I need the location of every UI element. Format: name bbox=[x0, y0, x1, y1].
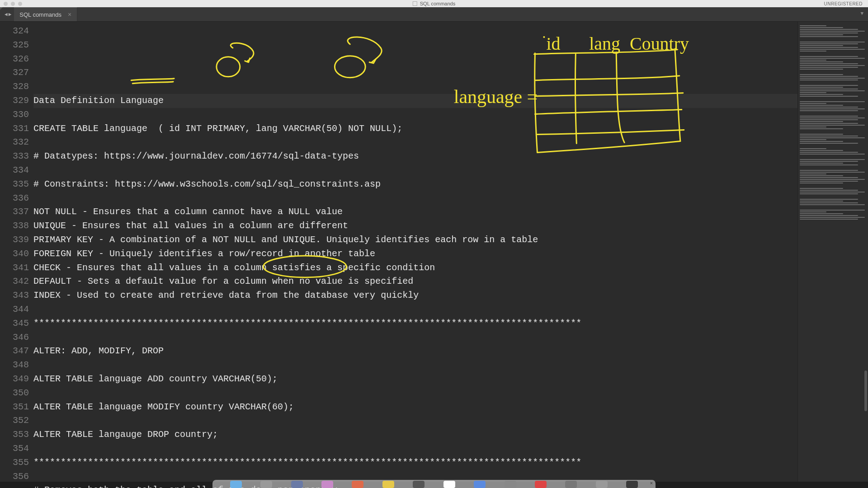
line-number: 343 bbox=[0, 289, 29, 303]
code-line[interactable]: CHECK - Ensures that all values in a col… bbox=[33, 261, 797, 275]
tab-sql-commands[interactable]: SQL commands × bbox=[14, 7, 77, 21]
code-line[interactable] bbox=[33, 331, 797, 345]
dock-app-icon[interactable] bbox=[260, 481, 272, 488]
code-line[interactable] bbox=[33, 414, 797, 428]
svg-point-0 bbox=[217, 57, 240, 77]
window-title: SQL commands bbox=[413, 1, 455, 6]
minimap[interactable] bbox=[797, 22, 868, 482]
code-line[interactable]: ALTER: ADD, MODIFY, DROP bbox=[33, 344, 797, 358]
window-titlebar: SQL commands UNREGISTERED bbox=[0, 0, 868, 7]
line-number: 328 bbox=[0, 80, 29, 94]
line-number: 337 bbox=[0, 205, 29, 219]
line-number-gutter: 3243253263273283293303313323333343353363… bbox=[0, 22, 33, 482]
line-number: 338 bbox=[0, 219, 29, 233]
tab-label: SQL commands bbox=[19, 11, 61, 18]
code-line[interactable]: DEFAULT - Sets a default value for a col… bbox=[33, 275, 797, 289]
dock-close-icon[interactable]: × bbox=[650, 481, 653, 486]
line-number: 347 bbox=[0, 344, 29, 358]
close-window-button[interactable] bbox=[4, 2, 8, 6]
svg-text:lang: lang bbox=[589, 33, 620, 54]
code-line[interactable]: NOT NULL - Ensures that a column cannot … bbox=[33, 205, 797, 219]
line-number: 330 bbox=[0, 108, 29, 122]
line-number: 340 bbox=[0, 247, 29, 261]
nav-history[interactable]: ◀ ▶ bbox=[2, 7, 14, 21]
tab-overflow-icon[interactable]: ▼ bbox=[860, 11, 863, 16]
line-number: 324 bbox=[0, 24, 29, 38]
window-title-text: SQL commands bbox=[420, 1, 455, 6]
line-number: 339 bbox=[0, 233, 29, 247]
code-line[interactable]: ALTER TABLE language ADD country VARCHAR… bbox=[33, 372, 797, 386]
code-line[interactable] bbox=[33, 442, 797, 456]
code-line[interactable]: PRIMARY KEY - A combination of a NOT NUL… bbox=[33, 233, 797, 247]
code-line[interactable] bbox=[33, 108, 797, 122]
dock-app-icon[interactable] bbox=[413, 481, 425, 488]
editor[interactable]: 3243253263273283293303313323333343353363… bbox=[0, 22, 868, 482]
line-number: 331 bbox=[0, 122, 29, 136]
line-number: 355 bbox=[0, 456, 29, 470]
tab-close-icon[interactable]: × bbox=[68, 11, 71, 18]
dock-app-icon[interactable] bbox=[474, 481, 486, 488]
code-line[interactable]: UNIQUE - Ensures that all values in a co… bbox=[33, 219, 797, 233]
line-number: 354 bbox=[0, 442, 29, 456]
zoom-window-button[interactable] bbox=[18, 2, 22, 6]
line-number: 353 bbox=[0, 428, 29, 442]
code-area[interactable]: Data Definition LanguageCREATE TABLE lan… bbox=[33, 22, 797, 482]
code-line[interactable]: # Datatypes: https://www.journaldev.com/… bbox=[33, 150, 797, 164]
code-line[interactable] bbox=[33, 358, 797, 372]
dock-app-icon[interactable] bbox=[596, 481, 608, 488]
code-line[interactable] bbox=[33, 192, 797, 206]
line-number: 335 bbox=[0, 178, 29, 192]
dock-app-icon[interactable] bbox=[535, 481, 547, 488]
line-number: 349 bbox=[0, 372, 29, 386]
code-line[interactable]: ****************************************… bbox=[33, 317, 797, 331]
dock-app-icon[interactable] bbox=[230, 481, 242, 488]
code-line[interactable]: Data Definition Language bbox=[33, 94, 797, 108]
line-number: 352 bbox=[0, 414, 29, 428]
minimize-window-button[interactable] bbox=[11, 2, 15, 6]
line-number: 327 bbox=[0, 66, 29, 80]
code-line[interactable]: INDEX - Used to create and retrieve data… bbox=[33, 289, 797, 303]
svg-point-4 bbox=[543, 36, 545, 38]
code-line[interactable] bbox=[33, 136, 797, 150]
line-number: 332 bbox=[0, 136, 29, 150]
document-icon bbox=[413, 1, 417, 6]
dock-app-icon[interactable] bbox=[382, 481, 394, 488]
svg-point-1 bbox=[335, 56, 365, 78]
line-number: 342 bbox=[0, 275, 29, 289]
code-line[interactable] bbox=[33, 80, 797, 94]
nav-forward-icon[interactable]: ▶ bbox=[9, 11, 12, 17]
code-line[interactable]: ALTER TABLE langauge DROP country; bbox=[33, 428, 797, 442]
line-number: 348 bbox=[0, 358, 29, 372]
dock-app-icon[interactable] bbox=[291, 481, 303, 488]
line-number: 344 bbox=[0, 303, 29, 317]
dock-app-icon[interactable] bbox=[321, 481, 333, 488]
tab-bar: ◀ ▶ SQL commands × ▼ bbox=[0, 7, 868, 22]
code-line[interactable]: # Constraints: https://www.w3schools.com… bbox=[33, 178, 797, 192]
line-number: 341 bbox=[0, 261, 29, 275]
code-line[interactable]: ****************************************… bbox=[33, 456, 797, 470]
dock-app-icon[interactable] bbox=[352, 481, 363, 488]
code-line[interactable] bbox=[33, 386, 797, 400]
minimap-viewport[interactable] bbox=[864, 371, 867, 411]
code-line[interactable]: CREATE TABLE language ( id INT PRIMARY, … bbox=[33, 122, 797, 136]
code-line[interactable]: ALTER TABLE language MODIFY country VARC… bbox=[33, 400, 797, 414]
code-line[interactable]: FOREIGN KEY - Uniquely identifies a row/… bbox=[33, 247, 797, 261]
line-number: 346 bbox=[0, 331, 29, 345]
window-controls[interactable] bbox=[4, 2, 22, 6]
macos-dock[interactable]: × bbox=[212, 480, 656, 488]
code-line[interactable] bbox=[33, 164, 797, 178]
dock-app-icon[interactable] bbox=[626, 481, 638, 488]
dock-app-icon[interactable] bbox=[505, 481, 516, 488]
dock-app-icon[interactable] bbox=[565, 481, 577, 488]
line-number: 351 bbox=[0, 400, 29, 414]
code-line[interactable] bbox=[33, 303, 797, 317]
dock-app-icon[interactable] bbox=[443, 481, 455, 488]
line-number: 334 bbox=[0, 164, 29, 178]
line-number: 326 bbox=[0, 52, 29, 66]
line-number: 333 bbox=[0, 150, 29, 164]
fold-corner-icon bbox=[0, 7, 3, 10]
svg-text:Country: Country bbox=[630, 33, 689, 54]
line-number: 350 bbox=[0, 386, 29, 400]
line-number: 325 bbox=[0, 38, 29, 52]
nav-back-icon[interactable]: ◀ bbox=[5, 11, 8, 17]
